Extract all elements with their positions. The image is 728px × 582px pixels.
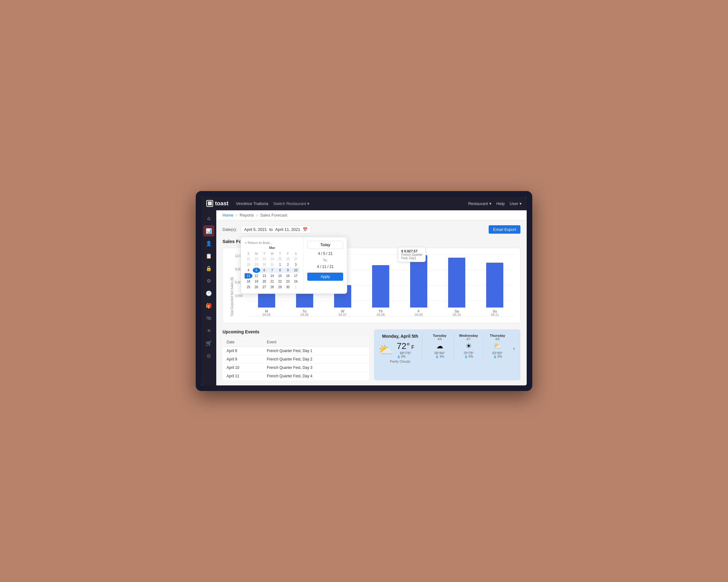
cal-day[interactable]: 30	[284, 285, 292, 290]
cal-day[interactable]: 29	[276, 285, 284, 290]
breadcrumb-reports[interactable]: Reports	[240, 213, 254, 217]
cal-day[interactable]: 22	[276, 279, 284, 284]
cal-day[interactable]: 1	[276, 262, 284, 267]
event-row: April 9 French Quarter Fest, Day 2	[223, 355, 369, 364]
cal-day[interactable]: 7	[268, 268, 276, 273]
cal-day[interactable]: 1	[292, 285, 300, 290]
cal-day[interactable]: 28	[245, 262, 252, 267]
help-button[interactable]: Help	[496, 201, 505, 206]
bar-f: $ 9,927.57 French Quarter Fest, Day1 F	[401, 254, 437, 317]
cal-day[interactable]: 29	[253, 262, 260, 267]
cal-day-selected[interactable]: 5	[253, 268, 260, 273]
breadcrumb-sales-forecast[interactable]: Sales Forecast	[260, 213, 287, 217]
sidebar-item-menu[interactable]: 📋	[203, 250, 214, 261]
cal-grid: S M T W T F S 21 22	[245, 252, 300, 290]
cal-day[interactable]: 8	[276, 268, 284, 273]
event-date: April 10	[223, 364, 263, 372]
cal-day-range-end[interactable]: 11	[245, 273, 252, 279]
cal-day[interactable]: 6	[261, 268, 268, 273]
sidebar-item-reports[interactable]: 📊	[203, 225, 214, 236]
forecast-wed-title: Wednesday	[456, 334, 481, 338]
sidebar-item-settings[interactable]: ⚙	[203, 275, 214, 286]
cal-day[interactable]: 25	[245, 285, 252, 290]
sidebar-item-bag[interactable]: 🛍	[203, 313, 214, 324]
user-menu-button[interactable]: User ▾	[510, 201, 522, 206]
cal-day[interactable]: 19	[253, 279, 260, 284]
restaurant-name: Vincitrice Trattoria	[236, 201, 268, 206]
weather-main-icon: ⛅	[378, 343, 393, 357]
restaurant-chevron: ▾	[489, 201, 491, 206]
cal-day[interactable]: 2	[284, 262, 292, 267]
sidebar-item-circle[interactable]: ◎	[203, 350, 214, 361]
bar-f-day: F	[415, 309, 423, 313]
sidebar-item-employees[interactable]: 👤	[203, 238, 214, 249]
cal-day[interactable]: 24	[292, 279, 300, 284]
cal-day[interactable]: 28	[268, 285, 276, 290]
forecast-thu-date: 4/8	[485, 338, 510, 341]
bar-f-date: 04-09	[415, 313, 423, 317]
cal-day[interactable]: 14	[268, 273, 276, 279]
top-nav-right: Restaurant ▾ Help User ▾	[468, 201, 522, 206]
cal-day[interactable]: 21	[245, 257, 252, 262]
sidebar-item-cart[interactable]: 🛒	[203, 338, 214, 349]
cal-day[interactable]: 15	[276, 273, 284, 279]
cal-day[interactable]: 16	[284, 273, 292, 279]
weather-chevron[interactable]: ›	[512, 345, 516, 352]
cal-day[interactable]: 13	[261, 273, 268, 279]
weather-main-day: Monday, April 5th	[378, 334, 422, 339]
cal-day[interactable]: 21	[268, 279, 276, 284]
sidebar-item-clock[interactable]: 🕐	[203, 288, 214, 299]
cal-day[interactable]: 17	[292, 273, 300, 279]
cal-day[interactable]: 22	[253, 257, 260, 262]
cal-day[interactable]: 23	[284, 279, 292, 284]
switch-restaurant-button[interactable]: Switch Restaurant ▾	[273, 201, 310, 206]
switch-restaurant-chevron: ▾	[307, 201, 309, 206]
cal-day[interactable]: 27	[292, 257, 300, 262]
calendar-panel: < Return to Anal... Mar S M T W T F	[241, 237, 303, 293]
cal-day[interactable]: 26	[253, 285, 260, 290]
breadcrumb-home[interactable]: Home	[223, 213, 233, 217]
weather-range: 68°/76°	[397, 351, 415, 355]
sidebar-item-home[interactable]: ⌂	[203, 213, 214, 224]
forecast-thu-rain: 💧 5%	[485, 355, 510, 358]
today-button[interactable]: Today	[307, 241, 343, 249]
app-name: toast	[215, 200, 229, 207]
cal-day[interactable]: 12	[253, 273, 260, 279]
cal-day[interactable]: 31	[268, 262, 276, 267]
forecast-tue-range: 58°/64°	[427, 351, 452, 355]
cal-day[interactable]: 24	[268, 257, 276, 262]
sidebar-item-gift[interactable]: 🎁	[203, 300, 214, 311]
tablet-screen: ⬜ toast Vincitrice Trattoria Switch Rest…	[201, 196, 527, 386]
weather-section: Monday, April 5th ⛅ 72° F	[374, 329, 520, 380]
event-name: French Quarter Fest, Day 4	[263, 372, 369, 380]
date-range-input[interactable]: April 5, 2021 to April 11, 2021 📅	[241, 226, 311, 233]
bar-su-rect	[486, 263, 503, 308]
cal-day[interactable]: 18	[245, 279, 252, 284]
to-date-display: 4 / 11 / 21	[307, 265, 343, 269]
cal-day[interactable]: 30	[261, 262, 268, 267]
calendar-icon: 📅	[303, 227, 308, 232]
cal-day[interactable]: 20	[261, 279, 268, 284]
cal-day[interactable]: 9	[284, 268, 292, 273]
cal-day[interactable]: 27	[261, 285, 268, 290]
events-title: Upcoming Events	[223, 329, 369, 334]
return-link[interactable]: < Return to Anal...	[245, 241, 300, 244]
weather-rain: 💧 0%	[397, 355, 415, 358]
cal-day[interactable]: 25	[276, 257, 284, 262]
cal-day[interactable]: 23	[261, 257, 268, 262]
apply-button[interactable]: Apply	[307, 273, 343, 281]
cal-day[interactable]: 10	[292, 268, 300, 273]
bar-w-date: 04-07	[339, 313, 347, 317]
restaurant-menu-button[interactable]: Restaurant ▾	[468, 201, 491, 206]
sidebar-item-lock[interactable]: 🔒	[203, 263, 214, 274]
to-label: To:	[307, 258, 343, 262]
sidebar-item-integration[interactable]: ✳	[203, 325, 214, 336]
cal-day[interactable]: 4	[245, 268, 252, 273]
cal-day[interactable]: 26	[284, 257, 292, 262]
weather-unit: F	[411, 345, 415, 350]
bar-f-rect	[410, 255, 427, 308]
cal-day[interactable]: 3	[292, 262, 300, 267]
below-chart: Upcoming Events Date Event	[223, 329, 520, 380]
weather-desc: Partly Cloudy	[378, 360, 422, 363]
email-export-button[interactable]: Email Export	[489, 225, 520, 234]
